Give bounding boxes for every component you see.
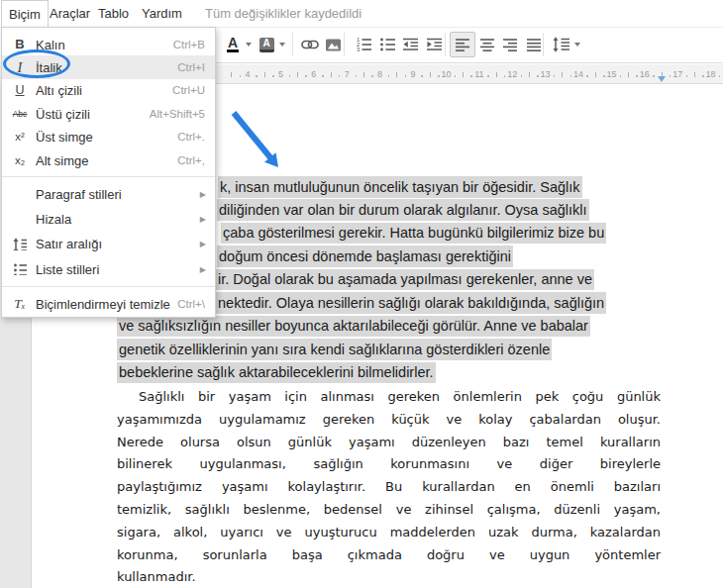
line-spacing-button[interactable]: [549, 32, 574, 57]
ruler-tick: [455, 75, 457, 77]
ruler-tick: [363, 72, 364, 77]
document-text-line[interactable]: sigara, alkol, uyarıcı ve uyuşturucu mad…: [117, 525, 661, 540]
ruler-number: 12: [507, 69, 517, 79]
text-color-button[interactable]: A: [220, 32, 246, 57]
ruler-tick: [463, 72, 464, 77]
align-left-button[interactable]: [450, 32, 475, 57]
ruler-tick: [231, 72, 232, 77]
line-spacing-icon: [9, 232, 31, 256]
align-right-button[interactable]: [497, 32, 523, 57]
document-text-line[interactable]: nektedir. Olaya nesillerin sağlığı olara…: [216, 292, 606, 314]
selected-text: nektedir. Olaya nesillerin sağlığı olara…: [216, 292, 606, 314]
document-text-line[interactable]: paylaştığımız yaşamı kolaylaştırır. Bu k…: [117, 479, 661, 495]
document-text-line[interactable]: bebeklerine sağlık aktarabileceklerini b…: [117, 362, 436, 384]
insert-image-icon: [325, 37, 342, 53]
ruler-number: 5: [278, 69, 283, 79]
underline-icon: U: [9, 79, 31, 102]
ruler-tick: [521, 75, 523, 77]
ruler-tick: [388, 75, 390, 77]
menu-separator: [2, 176, 215, 177]
ruler-tick: [438, 75, 440, 77]
highlight-color-button[interactable]: A: [254, 32, 279, 57]
ruler-tick: [603, 75, 605, 77]
svg-text:3: 3: [357, 47, 361, 52]
document-text-line[interactable]: genetik özelliklerinin yanı sıra kendi s…: [117, 339, 552, 360]
autosave-status: Tüm değişiklikler kaydedildi: [205, 0, 362, 27]
decrease-indent-button[interactable]: [397, 32, 423, 57]
line-spacing-icon: [553, 37, 570, 52]
menu-item-strikethrough[interactable]: AbcÜstü çiziliAlt+Shift+5: [2, 102, 215, 125]
menubar-item-araclar[interactable]: Araçlar: [43, 0, 97, 27]
ruler-tick: [620, 75, 622, 77]
ruler-tick: [297, 72, 298, 77]
ruler-tick: [653, 75, 655, 77]
ruler-tick: [554, 75, 556, 77]
ruler-tick: [570, 75, 572, 77]
submenu-arrow-icon: ▶: [200, 264, 206, 273]
insert-link-icon: [301, 36, 319, 53]
document-text-line[interactable]: ir. Doğal olarak bu aşamada yapılması ge…: [216, 269, 594, 291]
document-text-line[interactable]: korunma, sorunlarla başa çıkmada doğru v…: [117, 547, 661, 563]
ruler-tick: [595, 72, 596, 77]
menubar-item-tablo[interactable]: Tablo: [91, 0, 136, 27]
document-text-line[interactable]: diliğinden var olan bir durum olarak alg…: [217, 199, 589, 221]
document-text-line[interactable]: k, insan mutluluğunun öncelik taşıyan bi…: [218, 176, 582, 198]
italic-highlight-circle: [3, 49, 70, 78]
clear-formatting-icon: Tₓ: [9, 291, 31, 316]
document-text-line[interactable]: bilinerek uygulanması, sağlığın korunmas…: [117, 456, 661, 472]
menu-item-line-spacing[interactable]: Satır aralığı▶: [2, 232, 215, 256]
text-color-dropdown-caret[interactable]: [246, 43, 252, 47]
menu-item-shortcut: Ctrl+.: [177, 131, 205, 143]
menu-bar: Tüm değişiklikler kaydedildi BiçimAraçla…: [0, 0, 723, 28]
ruler-tick: [470, 75, 472, 77]
line-spacing-dropdown-caret[interactable]: [574, 43, 580, 47]
submenu-arrow-icon: ▶: [200, 240, 206, 248]
ruler-number: 6: [311, 69, 316, 79]
text-color-icon: A: [227, 37, 239, 52]
document-text-line[interactable]: ve sağlıksızlığın nesiller boyunca aktar…: [117, 316, 590, 338]
increase-indent-icon: [426, 37, 443, 52]
submenu-arrow-icon: ▶: [200, 215, 206, 224]
selected-text: doğum öncesi dönemde başlaması gerektiği…: [217, 245, 513, 267]
document-text-line[interactable]: Nerede olursa olsun günlük yaşamı düzenl…: [117, 435, 661, 450]
ruler-number: 16: [640, 69, 650, 79]
align-center-icon: [479, 38, 495, 52]
highlight-color-dropdown-caret[interactable]: [279, 43, 285, 47]
ruler-tick: [670, 75, 671, 77]
menu-item-align[interactable]: Hizala▶: [2, 207, 215, 232]
menu-item-clear-formatting[interactable]: TₓBiçimlendirmeyi temizleCtrl+\: [2, 291, 215, 316]
ruler-number: 18: [706, 69, 716, 79]
menubar-item-yardim[interactable]: Yardım: [135, 0, 189, 27]
document-text-line[interactable]: yaşamımızda uygulamamız gereken küçük ve…: [117, 412, 661, 428]
ruler-tick: [537, 75, 539, 77]
ruler-tick: [430, 72, 431, 77]
menu-item-shortcut: Ctrl+\: [177, 298, 205, 310]
menu-item-list-styles[interactable]: Liste stilleri▶: [2, 256, 215, 281]
toolbar-separator: [344, 33, 345, 56]
numbered-list-icon: 123: [356, 37, 372, 52]
document-text-line[interactable]: temizlik, sağlıklı beslenme, bedensel ve…: [117, 502, 661, 518]
ruler-tick: [529, 72, 530, 77]
ruler-tick: [356, 75, 358, 77]
selected-text: k, insan mutluluğunun öncelik taşıyan bi…: [218, 176, 582, 198]
selected-text: diliğinden var olan bir durum olarak alg…: [217, 199, 589, 221]
menubar-item-bicim[interactable]: Biçim: [1, 0, 49, 28]
menu-item-paragraph-styles[interactable]: Paragraf stilleri▶: [2, 181, 215, 206]
document-text-line[interactable]: çaba gösterilmesi gerekir. Hatta bugünkü…: [221, 223, 606, 245]
ruler-tick: [636, 75, 638, 77]
document-text-line[interactable]: doğum öncesi dönemde başlaması gerektiği…: [217, 245, 513, 267]
menu-item-underline[interactable]: UAltı çiziliCtrl+U: [2, 79, 215, 102]
document-text-line[interactable]: Sağlıklı bir yaşam için alınması gereken…: [139, 389, 661, 405]
ruler-tick: [322, 75, 324, 77]
menu-item-superscript[interactable]: x²Üst simgeCtrl+.: [2, 126, 215, 148]
ruler-indent-marker[interactable]: [658, 76, 666, 82]
numbered-list-button[interactable]: 123: [351, 32, 376, 57]
menu-group: Paragraf stilleri▶Hizala▶Satır aralığı▶L…: [2, 181, 215, 281]
insert-image-button[interactable]: [320, 32, 346, 57]
menu-item-subscript[interactable]: x₂Alt simgeCtrl+,: [2, 148, 215, 171]
ruler-tick: [264, 72, 265, 77]
increase-indent-button[interactable]: [421, 32, 447, 57]
document-text-line[interactable]: kullanmadır.: [117, 569, 196, 585]
ruler-tick: [305, 75, 307, 77]
bulleted-list-icon: [379, 37, 396, 52]
